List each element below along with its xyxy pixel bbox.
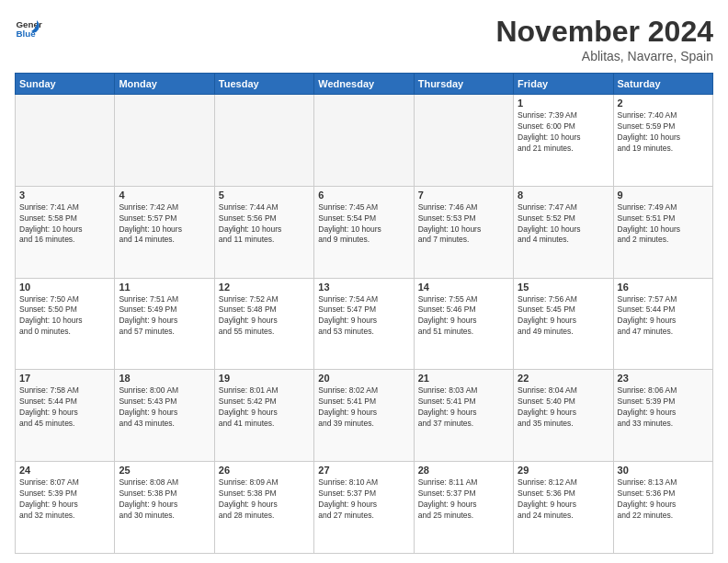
header: General Blue November 2024 Ablitas, Nava… <box>15 15 713 63</box>
day-number: 7 <box>418 190 509 201</box>
day-info: Sunrise: 8:11 AM Sunset: 5:37 PM Dayligh… <box>418 477 509 522</box>
day-number: 15 <box>518 282 609 293</box>
calendar-cell-w0-d6: 2Sunrise: 7:40 AM Sunset: 5:59 PM Daylig… <box>613 95 712 187</box>
day-number: 10 <box>19 282 110 293</box>
day-info: Sunrise: 8:03 AM Sunset: 5:41 PM Dayligh… <box>418 385 509 430</box>
day-info: Sunrise: 7:40 AM Sunset: 5:59 PM Dayligh… <box>618 110 709 155</box>
day-info: Sunrise: 7:46 AM Sunset: 5:53 PM Dayligh… <box>418 202 509 247</box>
col-monday: Monday <box>115 74 214 95</box>
day-number: 9 <box>618 190 709 201</box>
week-row-1: 3Sunrise: 7:41 AM Sunset: 5:58 PM Daylig… <box>16 186 713 278</box>
calendar-cell-w0-d2 <box>214 95 313 187</box>
day-number: 19 <box>219 373 310 384</box>
calendar-cell-w4-d1: 25Sunrise: 8:08 AM Sunset: 5:38 PM Dayli… <box>115 462 214 554</box>
day-number: 17 <box>19 373 110 384</box>
calendar-cell-w1-d0: 3Sunrise: 7:41 AM Sunset: 5:58 PM Daylig… <box>16 186 115 278</box>
day-number: 18 <box>119 373 210 384</box>
location: Ablitas, Navarre, Spain <box>495 49 713 63</box>
calendar-header-row: Sunday Monday Tuesday Wednesday Thursday… <box>16 74 713 95</box>
day-number: 30 <box>618 465 709 476</box>
calendar-cell-w3-d3: 20Sunrise: 8:02 AM Sunset: 5:41 PM Dayli… <box>314 370 414 462</box>
day-info: Sunrise: 7:47 AM Sunset: 5:52 PM Dayligh… <box>518 202 609 247</box>
day-number: 6 <box>318 190 409 201</box>
day-number: 3 <box>19 190 110 201</box>
calendar-cell-w2-d3: 13Sunrise: 7:54 AM Sunset: 5:47 PM Dayli… <box>314 278 414 370</box>
day-info: Sunrise: 8:08 AM Sunset: 5:38 PM Dayligh… <box>119 477 210 522</box>
day-info: Sunrise: 7:45 AM Sunset: 5:54 PM Dayligh… <box>318 202 409 247</box>
week-row-2: 10Sunrise: 7:50 AM Sunset: 5:50 PM Dayli… <box>16 278 713 370</box>
calendar-cell-w1-d4: 7Sunrise: 7:46 AM Sunset: 5:53 PM Daylig… <box>414 186 513 278</box>
day-info: Sunrise: 8:07 AM Sunset: 5:39 PM Dayligh… <box>19 477 110 522</box>
calendar-cell-w4-d4: 28Sunrise: 8:11 AM Sunset: 5:37 PM Dayli… <box>414 462 513 554</box>
calendar-cell-w4-d5: 29Sunrise: 8:12 AM Sunset: 5:36 PM Dayli… <box>514 462 613 554</box>
logo: General Blue <box>15 15 42 42</box>
calendar-cell-w0-d0 <box>16 95 115 187</box>
calendar-cell-w3-d2: 19Sunrise: 8:01 AM Sunset: 5:42 PM Dayli… <box>214 370 313 462</box>
day-number: 16 <box>618 282 709 293</box>
day-number: 28 <box>418 465 509 476</box>
day-info: Sunrise: 7:55 AM Sunset: 5:46 PM Dayligh… <box>418 294 509 339</box>
logo-icon: General Blue <box>15 15 42 42</box>
week-row-0: 1Sunrise: 7:39 AM Sunset: 6:00 PM Daylig… <box>16 95 713 187</box>
calendar-cell-w1-d5: 8Sunrise: 7:47 AM Sunset: 5:52 PM Daylig… <box>514 186 613 278</box>
day-info: Sunrise: 7:51 AM Sunset: 5:49 PM Dayligh… <box>119 294 210 339</box>
day-number: 22 <box>518 373 609 384</box>
day-info: Sunrise: 8:02 AM Sunset: 5:41 PM Dayligh… <box>318 385 409 430</box>
day-number: 25 <box>119 465 210 476</box>
day-info: Sunrise: 8:04 AM Sunset: 5:40 PM Dayligh… <box>518 385 609 430</box>
calendar-cell-w4-d3: 27Sunrise: 8:10 AM Sunset: 5:37 PM Dayli… <box>314 462 414 554</box>
day-number: 24 <box>19 465 110 476</box>
day-info: Sunrise: 7:50 AM Sunset: 5:50 PM Dayligh… <box>19 294 110 339</box>
calendar-cell-w3-d1: 18Sunrise: 8:00 AM Sunset: 5:43 PM Dayli… <box>115 370 214 462</box>
week-row-3: 17Sunrise: 7:58 AM Sunset: 5:44 PM Dayli… <box>16 370 713 462</box>
calendar-cell-w4-d0: 24Sunrise: 8:07 AM Sunset: 5:39 PM Dayli… <box>16 462 115 554</box>
day-number: 8 <box>518 190 609 201</box>
day-number: 13 <box>318 282 409 293</box>
col-thursday: Thursday <box>414 74 513 95</box>
day-number: 27 <box>318 465 409 476</box>
col-sunday: Sunday <box>16 74 115 95</box>
week-row-4: 24Sunrise: 8:07 AM Sunset: 5:39 PM Dayli… <box>16 462 713 554</box>
day-info: Sunrise: 7:44 AM Sunset: 5:56 PM Dayligh… <box>219 202 310 247</box>
title-block: November 2024 Ablitas, Navarre, Spain <box>495 15 713 63</box>
calendar: Sunday Monday Tuesday Wednesday Thursday… <box>15 73 713 554</box>
calendar-cell-w1-d6: 9Sunrise: 7:49 AM Sunset: 5:51 PM Daylig… <box>613 186 712 278</box>
month-title: November 2024 <box>495 15 713 49</box>
calendar-cell-w2-d2: 12Sunrise: 7:52 AM Sunset: 5:48 PM Dayli… <box>214 278 313 370</box>
day-info: Sunrise: 8:06 AM Sunset: 5:39 PM Dayligh… <box>618 385 709 430</box>
calendar-cell-w4-d2: 26Sunrise: 8:09 AM Sunset: 5:38 PM Dayli… <box>214 462 313 554</box>
calendar-cell-w2-d6: 16Sunrise: 7:57 AM Sunset: 5:44 PM Dayli… <box>613 278 712 370</box>
day-info: Sunrise: 8:13 AM Sunset: 5:36 PM Dayligh… <box>618 477 709 522</box>
day-info: Sunrise: 7:52 AM Sunset: 5:48 PM Dayligh… <box>219 294 310 339</box>
day-number: 1 <box>518 98 609 109</box>
day-info: Sunrise: 7:42 AM Sunset: 5:57 PM Dayligh… <box>119 202 210 247</box>
calendar-cell-w0-d3 <box>314 95 414 187</box>
calendar-cell-w2-d0: 10Sunrise: 7:50 AM Sunset: 5:50 PM Dayli… <box>16 278 115 370</box>
day-number: 14 <box>418 282 509 293</box>
day-info: Sunrise: 8:00 AM Sunset: 5:43 PM Dayligh… <box>119 385 210 430</box>
day-info: Sunrise: 7:57 AM Sunset: 5:44 PM Dayligh… <box>618 294 709 339</box>
calendar-cell-w4-d6: 30Sunrise: 8:13 AM Sunset: 5:36 PM Dayli… <box>613 462 712 554</box>
day-info: Sunrise: 7:41 AM Sunset: 5:58 PM Dayligh… <box>19 202 110 247</box>
col-friday: Friday <box>514 74 613 95</box>
day-info: Sunrise: 8:12 AM Sunset: 5:36 PM Dayligh… <box>518 477 609 522</box>
day-number: 11 <box>119 282 210 293</box>
day-info: Sunrise: 7:56 AM Sunset: 5:45 PM Dayligh… <box>518 294 609 339</box>
day-number: 5 <box>219 190 310 201</box>
day-number: 2 <box>618 98 709 109</box>
calendar-cell-w3-d4: 21Sunrise: 8:03 AM Sunset: 5:41 PM Dayli… <box>414 370 513 462</box>
calendar-cell-w2-d5: 15Sunrise: 7:56 AM Sunset: 5:45 PM Dayli… <box>514 278 613 370</box>
day-number: 29 <box>518 465 609 476</box>
day-info: Sunrise: 7:58 AM Sunset: 5:44 PM Dayligh… <box>19 385 110 430</box>
col-saturday: Saturday <box>613 74 712 95</box>
calendar-cell-w2-d4: 14Sunrise: 7:55 AM Sunset: 5:46 PM Dayli… <box>414 278 513 370</box>
day-info: Sunrise: 8:09 AM Sunset: 5:38 PM Dayligh… <box>219 477 310 522</box>
col-tuesday: Tuesday <box>214 74 313 95</box>
day-info: Sunrise: 7:54 AM Sunset: 5:47 PM Dayligh… <box>318 294 409 339</box>
day-info: Sunrise: 8:10 AM Sunset: 5:37 PM Dayligh… <box>318 477 409 522</box>
day-number: 20 <box>318 373 409 384</box>
calendar-cell-w3-d5: 22Sunrise: 8:04 AM Sunset: 5:40 PM Dayli… <box>514 370 613 462</box>
calendar-cell-w3-d6: 23Sunrise: 8:06 AM Sunset: 5:39 PM Dayli… <box>613 370 712 462</box>
col-wednesday: Wednesday <box>314 74 414 95</box>
day-info: Sunrise: 8:01 AM Sunset: 5:42 PM Dayligh… <box>219 385 310 430</box>
